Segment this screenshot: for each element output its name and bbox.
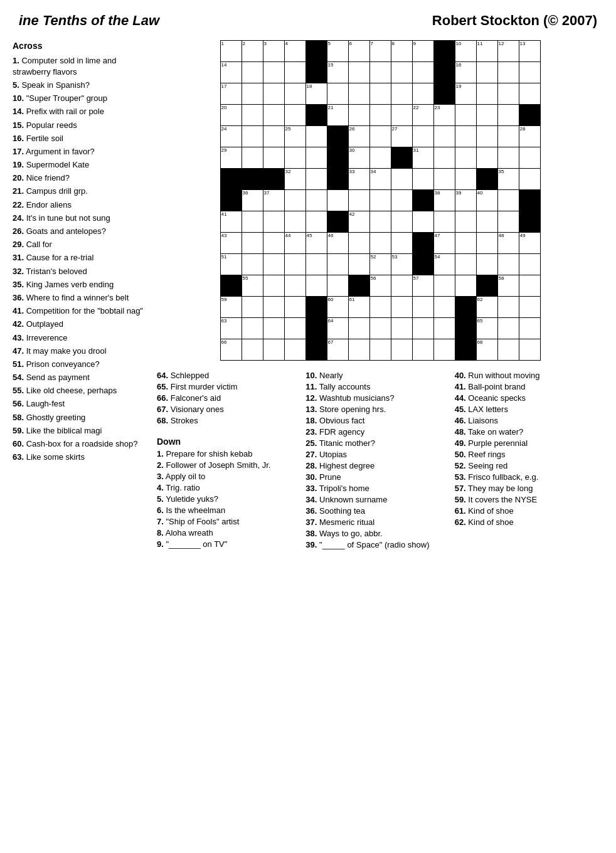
grid-cell[interactable] xyxy=(369,62,391,83)
grid-cell[interactable] xyxy=(476,126,497,147)
grid-cell[interactable] xyxy=(348,83,369,105)
grid-cell[interactable] xyxy=(455,147,476,169)
grid-cell[interactable] xyxy=(391,297,412,318)
grid-cell[interactable]: 26 xyxy=(348,126,369,147)
grid-cell[interactable]: 63 xyxy=(220,318,242,339)
grid-cell[interactable]: 44 xyxy=(284,233,305,254)
grid-cell[interactable]: 23 xyxy=(433,105,455,126)
grid-cell[interactable] xyxy=(391,169,412,190)
grid-cell[interactable] xyxy=(327,83,348,105)
grid-cell[interactable] xyxy=(412,297,433,318)
grid-cell[interactable] xyxy=(519,318,540,339)
grid-cell[interactable]: 41 xyxy=(220,211,242,233)
grid-cell[interactable] xyxy=(348,190,369,211)
grid-cell[interactable] xyxy=(519,62,540,83)
grid-cell[interactable] xyxy=(242,318,263,339)
grid-cell[interactable] xyxy=(369,233,391,254)
grid-cell[interactable] xyxy=(391,339,412,361)
grid-cell[interactable]: 66 xyxy=(220,339,242,361)
grid-cell[interactable] xyxy=(263,297,284,318)
grid-cell[interactable]: 32 xyxy=(284,169,305,190)
grid-cell[interactable] xyxy=(497,83,519,105)
grid-cell[interactable]: 19 xyxy=(455,83,476,105)
grid-cell[interactable]: 9 xyxy=(412,41,433,62)
grid-cell[interactable]: 20 xyxy=(220,105,242,126)
grid-cell[interactable] xyxy=(476,147,497,169)
grid-cell[interactable] xyxy=(412,83,433,105)
grid-cell[interactable]: 38 xyxy=(433,190,455,211)
grid-cell[interactable]: 12 xyxy=(497,41,519,62)
grid-cell[interactable] xyxy=(455,126,476,147)
grid-cell[interactable]: 14 xyxy=(220,62,242,83)
grid-cell[interactable] xyxy=(327,275,348,297)
grid-cell[interactable] xyxy=(412,62,433,83)
grid-cell[interactable] xyxy=(497,254,519,275)
grid-cell[interactable]: 6 xyxy=(348,41,369,62)
grid-cell[interactable] xyxy=(433,318,455,339)
grid-cell[interactable]: 46 xyxy=(327,233,348,254)
grid-cell[interactable] xyxy=(242,233,263,254)
grid-cell[interactable] xyxy=(305,190,327,211)
grid-cell[interactable] xyxy=(242,83,263,105)
grid-cell[interactable] xyxy=(476,211,497,233)
grid-cell[interactable] xyxy=(497,147,519,169)
grid-cell[interactable] xyxy=(476,105,497,126)
grid-cell[interactable]: 28 xyxy=(519,126,540,147)
grid-cell[interactable] xyxy=(284,254,305,275)
grid-cell[interactable]: 56 xyxy=(369,275,391,297)
grid-cell[interactable]: 27 xyxy=(391,126,412,147)
grid-cell[interactable] xyxy=(476,62,497,83)
grid-cell[interactable] xyxy=(497,339,519,361)
grid-cell[interactable] xyxy=(305,211,327,233)
grid-cell[interactable] xyxy=(455,169,476,190)
grid-cell[interactable]: 48 xyxy=(497,233,519,254)
grid-cell[interactable]: 59 xyxy=(220,297,242,318)
grid-cell[interactable] xyxy=(433,339,455,361)
grid-cell[interactable]: 30 xyxy=(348,147,369,169)
grid-cell[interactable] xyxy=(242,105,263,126)
grid-cell[interactable]: 65 xyxy=(476,318,497,339)
grid-cell[interactable] xyxy=(242,297,263,318)
grid-cell[interactable] xyxy=(391,62,412,83)
grid-cell[interactable] xyxy=(327,254,348,275)
grid-cell[interactable] xyxy=(412,126,433,147)
grid-cell[interactable] xyxy=(348,233,369,254)
grid-cell[interactable]: 61 xyxy=(348,297,369,318)
grid-cell[interactable] xyxy=(369,83,391,105)
grid-cell[interactable] xyxy=(497,105,519,126)
grid-cell[interactable] xyxy=(497,211,519,233)
grid-cell[interactable]: 62 xyxy=(476,297,497,318)
grid-cell[interactable]: 57 xyxy=(412,275,433,297)
grid-cell[interactable] xyxy=(284,147,305,169)
grid-cell[interactable] xyxy=(284,211,305,233)
grid-cell[interactable]: 37 xyxy=(263,190,284,211)
grid-cell[interactable] xyxy=(433,169,455,190)
grid-cell[interactable]: 8 xyxy=(391,41,412,62)
grid-cell[interactable] xyxy=(497,126,519,147)
grid-cell[interactable] xyxy=(391,318,412,339)
grid-cell[interactable] xyxy=(497,62,519,83)
grid-cell[interactable] xyxy=(263,147,284,169)
grid-cell[interactable] xyxy=(455,254,476,275)
grid-cell[interactable] xyxy=(433,297,455,318)
grid-cell[interactable]: 3 xyxy=(263,41,284,62)
grid-cell[interactable] xyxy=(519,297,540,318)
grid-cell[interactable] xyxy=(305,254,327,275)
grid-cell[interactable] xyxy=(284,318,305,339)
grid-cell[interactable] xyxy=(284,105,305,126)
grid-cell[interactable] xyxy=(369,318,391,339)
grid-cell[interactable]: 54 xyxy=(433,254,455,275)
grid-cell[interactable]: 18 xyxy=(305,83,327,105)
grid-cell[interactable] xyxy=(369,105,391,126)
grid-cell[interactable] xyxy=(519,169,540,190)
grid-cell[interactable]: 1 xyxy=(220,41,242,62)
grid-cell[interactable]: 10 xyxy=(455,41,476,62)
grid-cell[interactable] xyxy=(263,233,284,254)
grid-cell[interactable] xyxy=(305,126,327,147)
grid-cell[interactable] xyxy=(455,275,476,297)
grid-cell[interactable] xyxy=(348,62,369,83)
grid-cell[interactable] xyxy=(369,190,391,211)
grid-cell[interactable]: 35 xyxy=(497,169,519,190)
grid-cell[interactable] xyxy=(263,339,284,361)
grid-cell[interactable]: 24 xyxy=(220,126,242,147)
